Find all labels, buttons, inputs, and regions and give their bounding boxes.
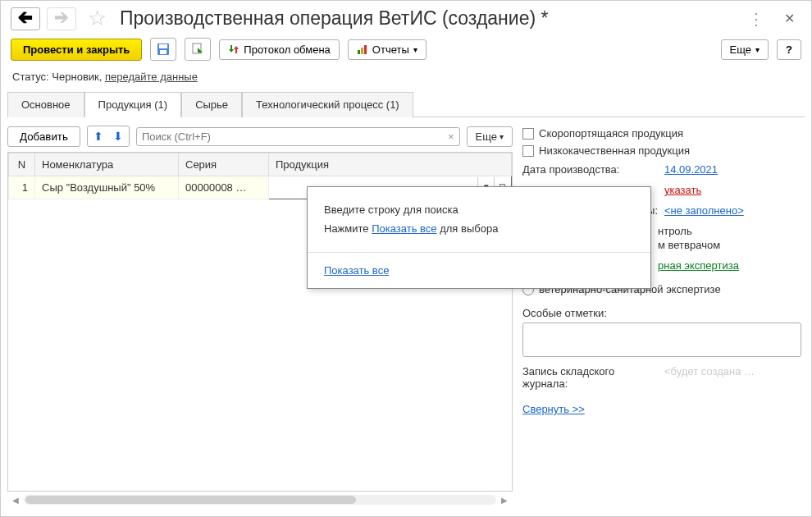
marks-textarea[interactable] (522, 323, 801, 357)
checkbox-perishable[interactable]: Скоропортящаяся продукция (522, 127, 801, 140)
checkbox-icon (522, 128, 534, 140)
dropdown-popup: Введите строку для поиска Нажмите Показа… (307, 186, 651, 289)
dropdown-arrow-icon: ▾ (500, 132, 504, 141)
cell-series: 00000008 … (179, 176, 269, 199)
checkbox-lowquality-label: Низкокачественная продукция (539, 144, 690, 157)
svg-rect-6 (364, 45, 367, 54)
add-button[interactable]: Добавить (7, 126, 80, 147)
tab-products[interactable]: Продукция (1) (84, 92, 182, 117)
col-nom: Номенклатура (35, 153, 179, 176)
svg-rect-4 (358, 50, 360, 54)
cell-nom: Сыр "Воздушный" 50% (35, 176, 179, 199)
checkbox-icon (522, 145, 534, 157)
journal-hint: <будет создана … (664, 365, 801, 390)
status-line: Статус: Черновик, передайте данные (1, 69, 811, 91)
move-down-button[interactable]: ⬇ (109, 128, 127, 144)
control-fragment-1: нтроль (658, 225, 801, 237)
cell-n: 1 (9, 176, 35, 199)
tab-main[interactable]: Основное (7, 92, 84, 117)
table-search-input[interactable] (142, 130, 445, 143)
dropdown-hint-2a: Нажмите (324, 222, 372, 235)
checkbox-lowquality[interactable]: Низкокачественная продукция (522, 144, 801, 157)
reports-button[interactable]: Отчеты ▾ (348, 39, 427, 60)
checkbox-perishable-label: Скоропортящаяся продукция (539, 127, 683, 140)
dropdown-arrow-icon: ▾ (755, 45, 760, 54)
protocol-label: Протокол обмена (244, 43, 331, 56)
close-button[interactable]: ✕ (778, 7, 801, 30)
save-button[interactable] (150, 38, 176, 61)
tab-raw[interactable]: Сырье (181, 92, 242, 117)
help-button[interactable]: ? (777, 39, 801, 60)
show-all-link[interactable]: Показать все (324, 264, 389, 277)
status-label: Статус: (12, 71, 49, 83)
more-button[interactable]: Еще ▾ (721, 39, 769, 60)
status-value: Черновик, (52, 71, 102, 83)
show-all-inline-link[interactable]: Показать все (372, 222, 436, 235)
svg-rect-2 (160, 50, 167, 54)
dropdown-hint-1: Введите строку для поиска (324, 200, 634, 219)
more-label: Еще (730, 43, 751, 56)
protocol-button[interactable]: Протокол обмена (219, 39, 340, 60)
not-filled-link[interactable]: <не заполнено> (664, 204, 744, 217)
window-title: Производственная операция ВетИС (создани… (120, 7, 741, 30)
document-arrow-icon (191, 43, 204, 56)
control-fragment-2: м ветврачом (658, 239, 801, 251)
post-close-button[interactable]: Провести и закрыть (11, 39, 142, 61)
col-product: Продукция (269, 153, 512, 176)
col-series: Серия (179, 153, 269, 176)
journal-label: Запись складского журнала: (522, 365, 658, 390)
kebab-menu-icon[interactable]: ⋮ (748, 9, 764, 29)
dropdown-arrow-icon: ▾ (413, 45, 417, 54)
forward-button[interactable]: 🡲 (47, 7, 76, 30)
collapse-link[interactable]: Свернуть >> (522, 403, 585, 415)
move-up-button[interactable]: ⬆ (89, 128, 107, 144)
chart-icon (357, 43, 368, 55)
floppy-icon (157, 43, 170, 56)
exchange-icon (228, 43, 239, 55)
horizontal-scrollbar[interactable] (24, 495, 496, 505)
marks-label: Особые отметки: (522, 307, 801, 319)
scroll-right-icon[interactable]: ▶ (501, 496, 508, 505)
clear-search-icon[interactable]: × (448, 130, 454, 143)
post-button[interactable] (185, 38, 211, 61)
dropdown-hint-2c: для выбора (437, 222, 499, 235)
favorite-icon[interactable]: ☆ (88, 6, 107, 31)
svg-rect-5 (361, 48, 363, 54)
status-action-link[interactable]: передайте данные (105, 71, 198, 83)
scroll-left-icon[interactable]: ◀ (12, 496, 19, 505)
col-n: N (9, 153, 35, 176)
date-label: Дата производства: (522, 163, 658, 176)
date-value-link[interactable]: 14.09.2021 (664, 163, 718, 176)
expertise-link[interactable]: рная экспертиза (658, 259, 739, 272)
back-button[interactable]: 🡰 (11, 7, 40, 30)
table-more-label: Еще (476, 130, 497, 143)
specify-link[interactable]: указать (664, 184, 701, 196)
svg-rect-1 (159, 44, 167, 48)
reports-label: Отчеты (372, 43, 409, 56)
table-more-button[interactable]: Еще ▾ (467, 126, 513, 147)
tab-process[interactable]: Технологический процесс (1) (242, 92, 413, 117)
